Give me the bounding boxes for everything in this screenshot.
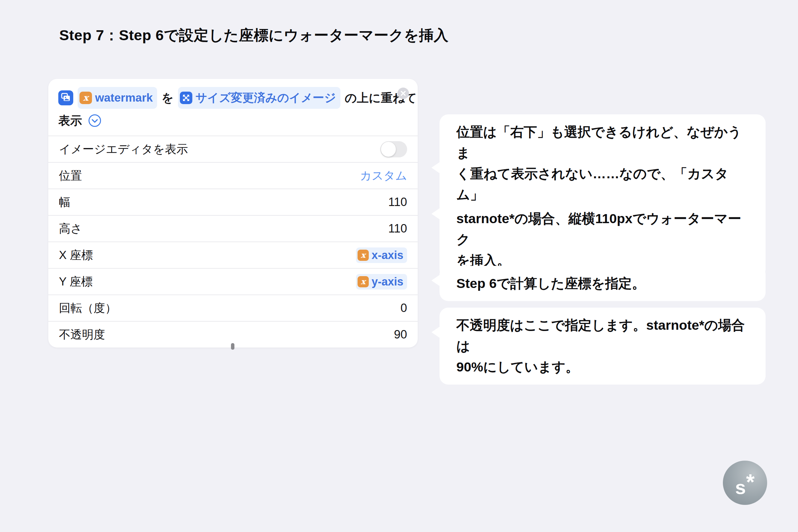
overlay-image-action-card: x watermark を サイズ変更済みのイメージ xyxy=(48,79,418,347)
starnote-logo: s* xyxy=(723,461,767,505)
variable-x-icon: x xyxy=(358,276,369,287)
opacity-value[interactable]: 90 xyxy=(394,328,407,341)
variable-token-label: x-axis xyxy=(372,249,403,262)
magic-variable-token-resized-image[interactable]: サイズ変更済みのイメージ xyxy=(178,87,340,109)
height-value[interactable]: 110 xyxy=(388,222,407,235)
row-label: イメージエディタを表示 xyxy=(59,141,188,157)
bubble-text-line: Step 6で計算した座標を指定。 xyxy=(456,273,749,294)
row-label: 回転（度） xyxy=(59,301,117,316)
header-line-2: 表示 xyxy=(58,111,383,130)
header-text-show: 表示 xyxy=(58,111,82,130)
close-action-button[interactable] xyxy=(397,88,409,99)
variable-x-icon: x xyxy=(358,250,369,261)
row-show-image-editor: イメージエディタを表示 xyxy=(48,136,418,162)
row-position[interactable]: 位置 カスタム xyxy=(48,162,418,189)
bubble-tail xyxy=(432,208,440,220)
row-y-coordinate[interactable]: Y 座標 x y-axis xyxy=(48,268,418,294)
annotation-bubble-coordinates: Step 6で計算した座標を指定。 xyxy=(439,266,765,301)
row-width[interactable]: 幅 110 xyxy=(48,189,418,215)
rotation-value[interactable]: 0 xyxy=(401,301,407,315)
bubble-tail xyxy=(432,274,440,286)
variable-token-label: y-axis xyxy=(372,275,403,288)
magic-variable-token-label: サイズ変更済みのイメージ xyxy=(195,89,336,107)
row-rotation[interactable]: 回転（度） 0 xyxy=(48,294,418,321)
variable-token-x-axis[interactable]: x x-axis xyxy=(356,247,407,263)
position-value[interactable]: カスタム xyxy=(360,168,407,184)
row-label: X 座標 xyxy=(59,247,93,263)
row-label: 高さ xyxy=(59,221,82,236)
row-label: 幅 xyxy=(59,194,71,210)
overlay-image-icon xyxy=(58,90,73,105)
row-height[interactable]: 高さ 110 xyxy=(48,215,418,242)
bubble-tail xyxy=(432,162,440,174)
bubble-tail xyxy=(432,326,440,338)
action-card-header: x watermark を サイズ変更済みのイメージ xyxy=(48,79,418,136)
bubble-text-line: く重ねて表示されない……なので、「カスタム」 xyxy=(456,163,749,205)
row-x-coordinate[interactable]: X 座標 x x-axis xyxy=(48,242,418,268)
variable-token-y-axis[interactable]: x y-axis xyxy=(356,274,407,289)
shortcut-connector-stub xyxy=(231,343,234,350)
bubble-text-line: 90%にしています。 xyxy=(456,357,749,377)
page-title: Step 7：Step 6で設定した座標にウォーターマークを挿入 xyxy=(59,25,449,45)
width-value[interactable]: 110 xyxy=(388,195,407,209)
bubble-text-line: 不透明度はここで指定します。starnote*の場合は xyxy=(456,315,749,357)
variable-token-watermark[interactable]: x watermark xyxy=(78,87,157,109)
row-label: 不透明度 xyxy=(59,327,105,343)
close-icon xyxy=(400,90,406,96)
toggle-knob xyxy=(381,142,396,157)
bubble-text-line: 位置は「右下」も選択できるけれど、なぜかうま xyxy=(456,121,749,163)
annotation-bubble-opacity: 不透明度はここで指定します。starnote*の場合は 90%にしています。 xyxy=(439,308,765,385)
header-line-1: x watermark を サイズ変更済みのイメージ xyxy=(58,87,383,109)
variable-token-label: watermark xyxy=(95,89,153,107)
variable-x-icon: x xyxy=(79,92,92,104)
logo-text: s* xyxy=(735,470,755,498)
row-label: 位置 xyxy=(59,168,82,184)
bubble-text-line: starnote*の場合、縦横110pxでウォーターマーク xyxy=(456,208,749,250)
image-editor-toggle[interactable] xyxy=(380,141,407,157)
chevron-down-icon[interactable] xyxy=(88,114,101,127)
resize-arrows-icon xyxy=(180,92,192,104)
row-label: Y 座標 xyxy=(59,274,93,289)
header-particle: を xyxy=(162,89,174,107)
